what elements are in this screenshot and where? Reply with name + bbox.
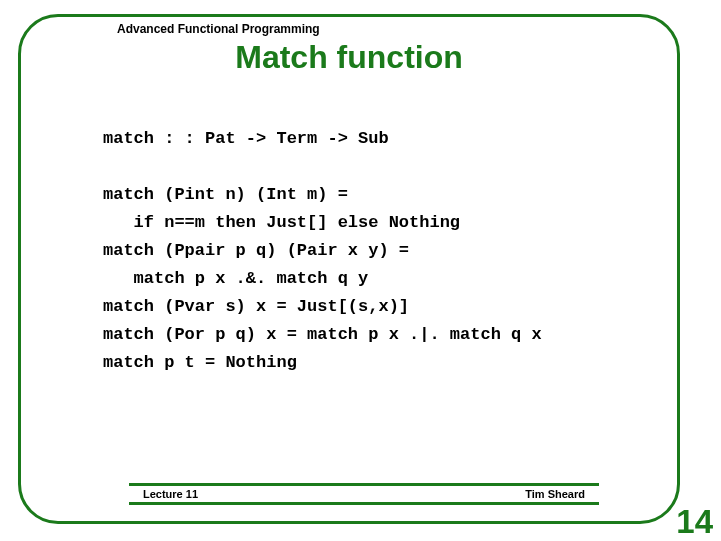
code-line: if n==m then Just[] else Nothing (103, 213, 460, 232)
code-signature: match : : Pat -> Term -> Sub (103, 129, 389, 148)
code-line: match (Pvar s) x = Just[(s,x)] (103, 297, 409, 316)
code-line: match (Por p q) x = match p x .|. match … (103, 325, 542, 344)
footer-bar: Lecture 11 Tim Sheard (129, 483, 599, 505)
code-line: match p x .&. match q y (103, 269, 368, 288)
code-line: match (Pint n) (Int m) = (103, 185, 348, 204)
author-label: Tim Sheard (525, 488, 585, 500)
slide-frame: Advanced Functional Programming Match fu… (18, 14, 680, 524)
page-number: 14 (676, 503, 713, 541)
lecture-label: Lecture 11 (143, 488, 198, 500)
course-label: Advanced Functional Programming (111, 22, 326, 36)
code-line: match p t = Nothing (103, 353, 297, 372)
slide-title: Match function (21, 39, 677, 76)
code-line: match (Ppair p q) (Pair x y) = (103, 241, 409, 260)
code-block: match : : Pat -> Term -> Sub match (Pint… (103, 125, 542, 377)
